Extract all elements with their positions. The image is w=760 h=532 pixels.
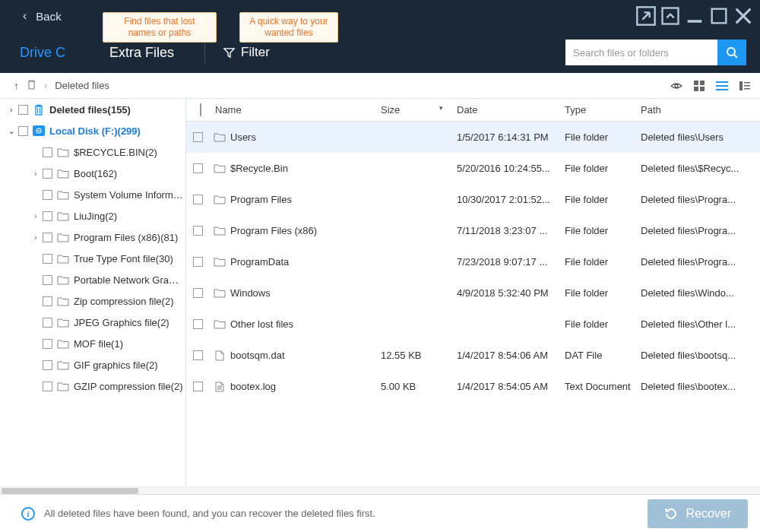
- col-path[interactable]: Path: [635, 104, 760, 116]
- row-checkbox[interactable]: [193, 319, 203, 329]
- header-checkbox[interactable]: [200, 103, 201, 116]
- row-checkbox[interactable]: [193, 257, 203, 267]
- tree-item[interactable]: ›Boot(162): [0, 163, 185, 184]
- tree-checkbox[interactable]: [43, 190, 52, 200]
- file-type: File folder: [559, 318, 635, 330]
- trash-folder-icon: [33, 104, 45, 115]
- tree-checkbox[interactable]: [43, 360, 52, 370]
- tree-item[interactable]: System Volume Information: [0, 184, 185, 205]
- row-checkbox[interactable]: [193, 132, 203, 142]
- folder-icon: [57, 338, 69, 349]
- table-row[interactable]: bootex.log5.00 KB1/4/2017 8:54:05 AMText…: [186, 371, 760, 402]
- table-row[interactable]: $Recycle.Bin5/20/2016 10:24:55...File fo…: [186, 153, 760, 184]
- search-icon: [726, 46, 738, 59]
- trash-icon[interactable]: [27, 79, 36, 92]
- breadcrumb-current[interactable]: Deleted files: [55, 80, 109, 91]
- window-close-icon[interactable]: [733, 8, 754, 24]
- file-name: ProgramData: [230, 256, 289, 268]
- tree-item[interactable]: $RECYCLE.BIN(2): [0, 141, 185, 163]
- file-size: 12.55 KB: [375, 350, 451, 361]
- table-row[interactable]: Windows4/9/2018 5:32:40 PMFile folderDel…: [186, 277, 760, 309]
- folder-icon: [57, 359, 69, 370]
- tree-checkbox[interactable]: [43, 233, 52, 242]
- folder-tree: › Deleted files(155) ⌄ Local Disk (F:)(2…: [0, 99, 186, 486]
- back-chevron-icon[interactable]: ‹: [23, 9, 27, 23]
- col-date[interactable]: Date: [451, 104, 559, 116]
- table-row[interactable]: Program Files (x86)7/11/2018 3:23:07 ...…: [186, 215, 760, 246]
- tree-checkbox[interactable]: [43, 275, 52, 285]
- table-row[interactable]: Program Files10/30/2017 2:01:52...File f…: [186, 184, 760, 215]
- svg-rect-3: [712, 9, 727, 24]
- chevron-icon[interactable]: ›: [30, 212, 41, 220]
- tree-label: Portable Network Graphics: [74, 274, 184, 286]
- disk-icon: [33, 125, 45, 136]
- tree-checkbox[interactable]: [43, 339, 52, 349]
- search-input[interactable]: [565, 40, 717, 65]
- back-button[interactable]: Back: [36, 10, 61, 23]
- tree-label: GIF graphics file(2): [74, 359, 158, 371]
- tree-checkbox[interactable]: [43, 147, 52, 157]
- col-name[interactable]: Name: [209, 104, 375, 116]
- tree-label: MOF file(1): [74, 338, 123, 350]
- tree-item[interactable]: True Type Font file(30): [0, 248, 185, 269]
- tab-extra-files[interactable]: Extra Files: [109, 39, 174, 67]
- col-size[interactable]: Size▾: [375, 104, 451, 116]
- file-type: File folder: [559, 256, 635, 268]
- tree-checkbox[interactable]: [18, 105, 28, 115]
- tree-label: Zip compression file(2): [74, 296, 174, 307]
- tree-item[interactable]: JPEG Graphics file(2): [0, 312, 185, 333]
- view-preview-icon[interactable]: [670, 80, 682, 92]
- tree-checkbox[interactable]: [43, 169, 52, 179]
- row-checkbox[interactable]: [193, 195, 203, 204]
- tree-item[interactable]: Portable Network Graphics: [0, 269, 185, 290]
- tree-checkbox[interactable]: [43, 382, 52, 391]
- tree-checkbox[interactable]: [43, 211, 52, 221]
- tree-checkbox[interactable]: [43, 318, 52, 328]
- chevron-right-icon[interactable]: ›: [6, 106, 17, 114]
- h-scrollbar[interactable]: [0, 486, 760, 494]
- table-row[interactable]: Users1/5/2017 6:14:31 PMFile folderDelet…: [186, 122, 760, 153]
- svg-rect-12: [700, 87, 705, 91]
- tree-checkbox[interactable]: [43, 254, 52, 264]
- recover-button[interactable]: Recover: [648, 499, 748, 528]
- window-minimize-icon[interactable]: [684, 8, 705, 24]
- tree-item[interactable]: MOF file(1): [0, 333, 185, 354]
- window-maximize-icon[interactable]: [708, 8, 730, 24]
- chevron-icon[interactable]: ›: [30, 233, 41, 242]
- folder-icon: [57, 189, 69, 200]
- view-detail-icon[interactable]: [739, 80, 751, 92]
- tree-local-disk[interactable]: ⌄ Local Disk (F:)(299): [0, 120, 185, 141]
- tree-label: Program Files (x86)(81): [74, 232, 178, 243]
- chevron-down-icon[interactable]: ⌄: [6, 127, 17, 135]
- search-button[interactable]: [717, 40, 746, 65]
- file-date: 1/4/2017 8:54:05 AM: [451, 381, 559, 392]
- row-checkbox[interactable]: [193, 288, 203, 298]
- view-list-icon[interactable]: [716, 80, 728, 92]
- tree-item[interactable]: GIF graphics file(2): [0, 354, 185, 375]
- tree-item[interactable]: GZIP compression file(2): [0, 375, 185, 397]
- view-grid-icon[interactable]: [693, 80, 705, 92]
- tree-item[interactable]: Zip compression file(2): [0, 290, 185, 312]
- table-row[interactable]: ProgramData7/23/2018 9:07:17 ...File fol…: [186, 246, 760, 277]
- row-checkbox[interactable]: [193, 350, 203, 360]
- tab-drive-c[interactable]: Drive C: [14, 36, 71, 70]
- row-checkbox[interactable]: [193, 382, 203, 391]
- tree-deleted-files[interactable]: › Deleted files(155): [0, 99, 185, 120]
- row-checkbox[interactable]: [193, 226, 203, 236]
- tree-item[interactable]: ›LiuJing(2): [0, 205, 185, 226]
- window-option-icon[interactable]: [660, 8, 681, 24]
- filter-button[interactable]: Filter: [223, 45, 270, 60]
- up-arrow-icon[interactable]: ↑: [14, 80, 19, 92]
- file-date: 1/4/2017 8:54:06 AM: [451, 350, 559, 361]
- table-row[interactable]: bootsqm.dat12.55 KB1/4/2017 8:54:06 AMDA…: [186, 340, 760, 371]
- row-checkbox[interactable]: [193, 163, 203, 173]
- window-popout-icon[interactable]: [635, 8, 657, 24]
- tree-item[interactable]: ›Program Files (x86)(81): [0, 226, 185, 248]
- tree-checkbox[interactable]: [43, 296, 52, 306]
- svg-rect-18: [744, 85, 750, 87]
- tree-checkbox[interactable]: [18, 126, 28, 136]
- h-scrollbar-thumb[interactable]: [2, 488, 138, 494]
- col-type[interactable]: Type: [559, 104, 635, 116]
- table-row[interactable]: Other lost filesFile folderDeleted files…: [186, 309, 760, 340]
- chevron-icon[interactable]: ›: [30, 169, 41, 178]
